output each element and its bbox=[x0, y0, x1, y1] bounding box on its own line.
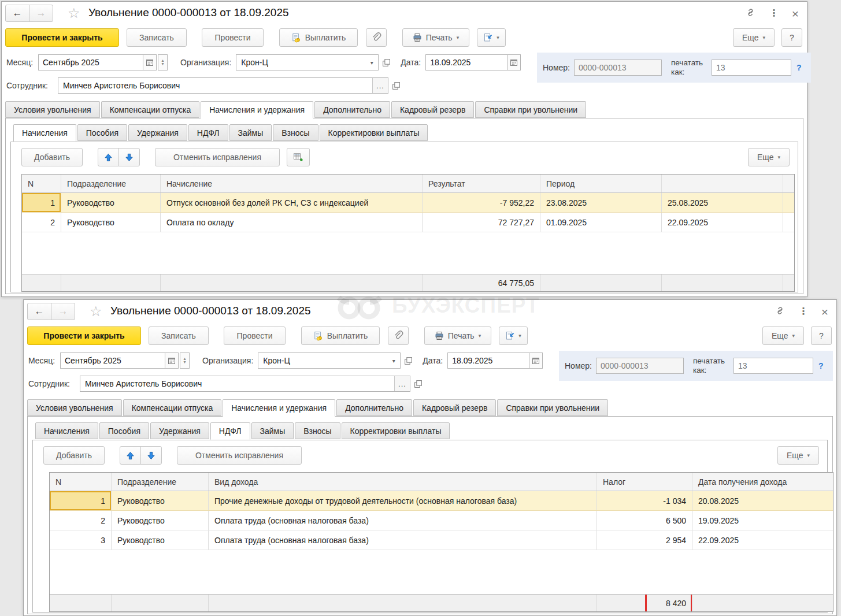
col-header-accrual[interactable]: Начисление bbox=[161, 175, 423, 192]
subtab-contributions[interactable]: Взносы bbox=[295, 422, 340, 439]
close-icon[interactable]: × bbox=[821, 306, 828, 318]
calendar-icon[interactable] bbox=[165, 352, 179, 369]
subtab-payment-adjustments[interactable]: Корректировки выплаты bbox=[320, 124, 428, 141]
tab-personnel-reserve[interactable]: Кадровый резерв bbox=[413, 399, 496, 416]
export-button[interactable]: ▾ bbox=[477, 28, 506, 47]
tab-dismissal-certificates[interactable]: Справки при увольнении bbox=[497, 399, 608, 416]
print-button[interactable]: Печать ▾ bbox=[424, 326, 491, 345]
subtab-payment-adjustments[interactable]: Корректировки выплаты bbox=[342, 422, 450, 439]
subtab-deductions[interactable]: Удержания bbox=[150, 422, 209, 439]
post-button[interactable]: Провести bbox=[224, 326, 286, 345]
subtab-ndfl[interactable]: НДФЛ bbox=[188, 124, 228, 141]
month-input[interactable] bbox=[38, 54, 143, 70]
col-header-period[interactable]: Период bbox=[540, 175, 662, 192]
subtab-ndfl[interactable]: НДФЛ bbox=[210, 422, 250, 440]
table-row[interactable]: 2 Руководство Оплата по окладу 72 727,27… bbox=[22, 213, 794, 232]
forward-button[interactable]: → bbox=[51, 303, 75, 320]
window-menu-icon[interactable]: ⋮ bbox=[799, 307, 808, 316]
move-down-button[interactable] bbox=[140, 446, 162, 465]
col-header-department[interactable]: Подразделение bbox=[61, 175, 161, 192]
tab-accruals-deductions[interactable]: Начисления и удержания bbox=[201, 101, 313, 118]
open-organization-icon[interactable] bbox=[382, 58, 391, 67]
print-button[interactable]: Печать ▾ bbox=[402, 28, 469, 47]
col-header-n[interactable]: N bbox=[22, 175, 61, 192]
post-and-close-button[interactable]: Провести и закрыть bbox=[27, 326, 141, 345]
subtab-loans[interactable]: Займы bbox=[229, 124, 272, 141]
col-header-result[interactable]: Результат bbox=[423, 175, 540, 192]
print-as-input[interactable] bbox=[733, 358, 813, 374]
date-input[interactable] bbox=[425, 54, 507, 70]
employee-select-button[interactable]: ... bbox=[372, 78, 388, 93]
subtab-contributions[interactable]: Взносы bbox=[273, 124, 318, 141]
col-header-income-date[interactable]: Дата получения дохода bbox=[692, 473, 833, 491]
post-and-close-button[interactable]: Провести и закрыть bbox=[5, 28, 119, 47]
table-more-button[interactable]: Еще ▾ bbox=[748, 148, 790, 166]
table-row[interactable]: 1 Руководство Прочие денежные доходы от … bbox=[50, 491, 833, 511]
subtab-loans[interactable]: Займы bbox=[251, 422, 294, 439]
back-button[interactable]: ← bbox=[27, 303, 51, 320]
tab-additional[interactable]: Дополнительно bbox=[336, 399, 412, 416]
tab-vacation-compensation[interactable]: Компенсации отпуска bbox=[123, 399, 222, 416]
back-button[interactable]: ← bbox=[5, 5, 29, 22]
print-as-help[interactable]: ? bbox=[818, 361, 824, 370]
more-button[interactable]: Еще ▾ bbox=[762, 326, 804, 345]
calendar-icon[interactable] bbox=[529, 352, 543, 369]
save-button[interactable]: Записать bbox=[149, 326, 209, 345]
open-employee-icon[interactable] bbox=[414, 380, 423, 388]
undo-corrections-button[interactable]: Отменить исправления bbox=[177, 446, 302, 465]
open-organization-icon[interactable] bbox=[404, 357, 413, 365]
col-header-department[interactable]: Подразделение bbox=[112, 473, 209, 491]
pay-button[interactable]: Выплатить bbox=[301, 326, 380, 345]
table-more-button[interactable]: Еще ▾ bbox=[777, 446, 819, 465]
number-input[interactable] bbox=[596, 358, 684, 374]
get-link-icon[interactable] bbox=[775, 305, 786, 318]
attachments-button[interactable] bbox=[388, 326, 409, 345]
calendar-icon[interactable] bbox=[143, 54, 157, 70]
forward-button[interactable]: → bbox=[29, 5, 53, 22]
tab-conditions[interactable]: Условия увольнения bbox=[5, 101, 100, 118]
attachments-button[interactable] bbox=[366, 28, 387, 47]
more-button[interactable]: Еще ▾ bbox=[733, 28, 775, 47]
col-header-tax[interactable]: Налог bbox=[597, 473, 692, 491]
undo-corrections-button[interactable]: Отменить исправления bbox=[155, 148, 280, 166]
employee-field[interactable]: Минчев Аристотель Борисович ... bbox=[58, 77, 388, 94]
tab-dismissal-certificates[interactable]: Справки при увольнении bbox=[475, 101, 586, 118]
move-down-button[interactable] bbox=[118, 148, 140, 166]
subtab-accruals[interactable]: Начисления bbox=[13, 124, 76, 142]
open-employee-icon[interactable] bbox=[392, 81, 401, 90]
organization-combo[interactable]: Крон-Ц ▾ bbox=[258, 352, 401, 369]
subtab-accruals[interactable]: Начисления bbox=[35, 422, 98, 439]
move-up-button[interactable] bbox=[98, 148, 119, 166]
close-icon[interactable]: × bbox=[792, 8, 799, 20]
post-button[interactable]: Провести bbox=[202, 28, 264, 47]
table-row[interactable]: 3 Руководство Оплата труда (основная нал… bbox=[50, 530, 833, 550]
window-menu-icon[interactable]: ⋮ bbox=[769, 9, 779, 18]
add-row-button[interactable]: Добавить bbox=[43, 446, 105, 465]
export-button[interactable]: ▾ bbox=[499, 326, 528, 345]
month-input[interactable] bbox=[60, 352, 165, 369]
favorite-star-icon[interactable]: ☆ bbox=[90, 303, 102, 320]
add-row-button[interactable]: Добавить bbox=[21, 148, 83, 166]
subtab-benefits[interactable]: Пособия bbox=[99, 422, 149, 439]
employee-select-button[interactable]: ... bbox=[394, 376, 410, 391]
table-row[interactable]: 2 Руководство Оплата труда (основная нал… bbox=[50, 511, 833, 530]
pay-button[interactable]: Выплатить bbox=[279, 28, 358, 47]
tab-accruals-deductions[interactable]: Начисления и удержания bbox=[223, 399, 335, 417]
help-button[interactable]: ? bbox=[811, 326, 832, 345]
tab-conditions[interactable]: Условия увольнения bbox=[27, 399, 122, 416]
tab-vacation-compensation[interactable]: Компенсации отпуска bbox=[101, 101, 200, 118]
calendar-icon[interactable] bbox=[507, 54, 521, 70]
favorite-star-icon[interactable]: ☆ bbox=[68, 5, 80, 21]
table-row[interactable]: 1 Руководство Отпуск основной без долей … bbox=[22, 193, 794, 213]
organization-combo[interactable]: Крон-Ц ▾ bbox=[236, 54, 379, 70]
print-as-input[interactable] bbox=[712, 60, 791, 76]
number-input[interactable] bbox=[574, 60, 662, 76]
help-button[interactable]: ? bbox=[781, 28, 802, 47]
move-up-button[interactable] bbox=[120, 446, 141, 465]
subtab-deductions[interactable]: Удержания bbox=[128, 124, 187, 141]
col-header-period-end[interactable] bbox=[662, 175, 783, 192]
subtab-benefits[interactable]: Пособия bbox=[77, 124, 127, 141]
save-button[interactable]: Записать bbox=[127, 28, 187, 47]
date-input[interactable] bbox=[447, 352, 529, 369]
add-table-button[interactable] bbox=[287, 148, 310, 166]
